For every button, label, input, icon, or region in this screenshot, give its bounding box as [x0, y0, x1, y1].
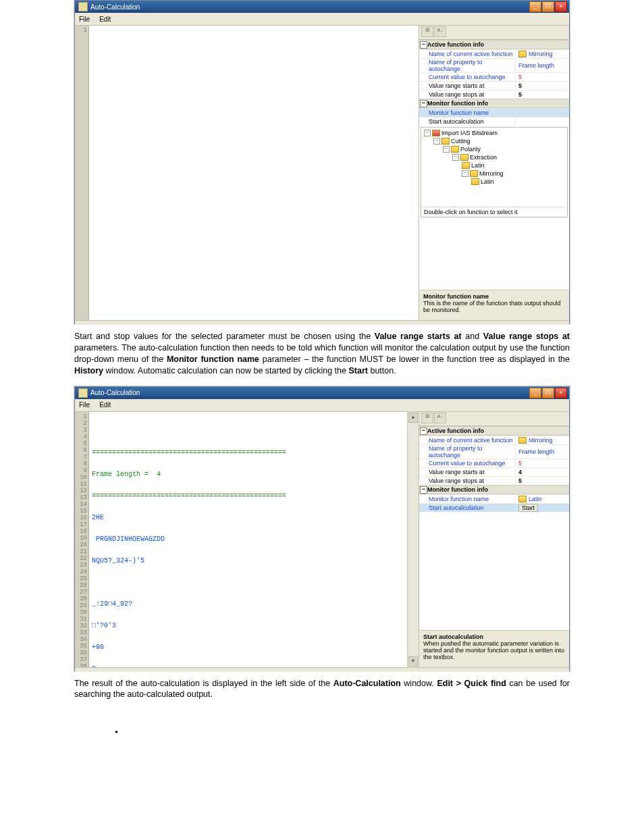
- tree-toggle-icon[interactable]: −: [462, 170, 468, 177]
- menu-edit[interactable]: Edit: [99, 401, 111, 409]
- autocalc-window-2: Auto-Calculation _ □ × File Edit 1234567…: [74, 386, 570, 671]
- menubar: File Edit: [75, 399, 569, 412]
- prop-name-current-value: Current value to autochange: [419, 460, 516, 467]
- function-icon: [518, 51, 527, 57]
- prop-val-current-value[interactable]: 5: [516, 460, 569, 467]
- menubar: File Edit: [75, 13, 569, 26]
- titlebar[interactable]: Auto-Calculation _ □ ×: [75, 387, 569, 399]
- prop-val-autochange-prop[interactable]: Frame length: [516, 62, 569, 69]
- body-text-1: Start and stop values for the selected p…: [74, 331, 570, 377]
- statusbar: [75, 320, 569, 325]
- function-icon: [451, 146, 459, 153]
- app-icon: [78, 2, 88, 11]
- line-gutter: 1: [75, 26, 89, 320]
- property-grid: −Active function info Name of current ac…: [419, 426, 569, 512]
- prop-val-range-start[interactable]: 4: [516, 469, 569, 475]
- prop-name-start: Start autocalculation: [419, 118, 516, 125]
- close-button[interactable]: ×: [555, 1, 567, 12]
- prop-name-autochange-prop: Name of property to autochange: [419, 445, 516, 459]
- editor-scrollbar[interactable]: ▲ ▼: [407, 412, 419, 667]
- minimize-button[interactable]: _: [529, 1, 541, 12]
- function-icon: [471, 178, 479, 185]
- prop-val-active-function[interactable]: Mirroring: [516, 437, 569, 444]
- sort-az-icon[interactable]: A↓: [434, 26, 446, 37]
- collapse-icon[interactable]: −: [420, 486, 427, 494]
- prop-name-range-start: Value range starts at: [419, 82, 516, 89]
- property-grid: −Active function info Name of current ac…: [419, 40, 569, 126]
- prop-name-range-stop: Value range stops at: [419, 477, 516, 484]
- line-gutter: 1234567891011121314151617181920212223242…: [75, 412, 89, 667]
- tree-hint: Double-click on function to select it: [423, 207, 566, 215]
- categorize-icon[interactable]: ⊞: [421, 413, 433, 423]
- tree-toggle-icon[interactable]: −: [452, 154, 459, 161]
- autocalc-window-1: Auto-Calculation _ □ × File Edit 1 ⊞ A↓ …: [74, 0, 570, 324]
- function-icon: [432, 130, 440, 136]
- prop-name-active-function: Name of current active function: [419, 437, 516, 444]
- tree-toggle-icon[interactable]: −: [433, 138, 440, 145]
- list-bullet: •: [115, 727, 570, 738]
- app-icon: [78, 388, 88, 398]
- property-description: Monitor function name This is the name o…: [419, 290, 569, 320]
- close-button[interactable]: ×: [555, 388, 567, 398]
- prop-val-autochange-prop[interactable]: Frame length: [516, 448, 569, 455]
- scroll-up-icon[interactable]: ▲: [408, 413, 418, 423]
- prop-name-range-start: Value range starts at: [419, 469, 516, 475]
- tree-toggle-icon[interactable]: −: [443, 146, 450, 153]
- scroll-down-icon[interactable]: ▼: [408, 656, 418, 667]
- function-icon: [462, 162, 470, 169]
- property-description: Start autocalculation When pushed the au…: [419, 630, 569, 667]
- window-title: Auto-Calculation: [90, 3, 527, 11]
- prop-name-monitor-fn: Monitor function name: [419, 496, 516, 502]
- prop-val-active-function[interactable]: Mirroring: [516, 51, 569, 57]
- window-title: Auto-Calculation: [90, 389, 527, 396]
- function-icon: [470, 170, 478, 177]
- prop-toolbar: ⊞ A↓: [419, 26, 569, 40]
- prop-name-active-function: Name of current active function: [419, 51, 516, 57]
- maximize-button[interactable]: □: [542, 1, 554, 12]
- sort-az-icon[interactable]: A↓: [434, 413, 446, 423]
- categorize-icon[interactable]: ⊞: [421, 26, 433, 37]
- function-icon: [441, 138, 450, 145]
- titlebar[interactable]: Auto-Calculation _ □ ×: [75, 1, 569, 13]
- minimize-button[interactable]: _: [529, 388, 541, 398]
- collapse-icon[interactable]: −: [420, 41, 427, 49]
- prop-val-current-value[interactable]: 5: [516, 74, 569, 80]
- start-button[interactable]: Start: [518, 504, 538, 512]
- property-panel: ⊞ A↓ −Active function info Name of curre…: [419, 412, 569, 667]
- prop-name-monitor-fn: Monitor function name: [419, 109, 516, 116]
- prop-name-current-value: Current value to autochange: [419, 74, 516, 80]
- body-text-2: The result of the auto-calculation is di…: [74, 678, 570, 701]
- menu-file[interactable]: File: [79, 401, 90, 409]
- code-area[interactable]: ========================================…: [89, 412, 407, 667]
- prop-name-range-stop: Value range stops at: [419, 91, 516, 98]
- prop-val-start: Start: [516, 504, 569, 512]
- property-panel: ⊞ A↓ −Active function info Name of curre…: [419, 26, 569, 320]
- function-icon: [518, 496, 527, 502]
- prop-name-autochange-prop: Name of property to autochange: [419, 59, 516, 72]
- function-tree-popup: −Import IAS Bitstream −Cutting −Polarity…: [421, 127, 568, 217]
- tree-toggle-icon[interactable]: −: [424, 130, 431, 136]
- output-editor: 1234567891011121314151617181920212223242…: [75, 412, 419, 667]
- maximize-button[interactable]: □: [542, 388, 554, 398]
- prop-val-monitor-fn[interactable]: Latin: [516, 496, 569, 502]
- function-icon: [460, 154, 468, 161]
- collapse-icon[interactable]: −: [420, 427, 427, 435]
- output-editor: 1: [75, 26, 419, 320]
- prop-toolbar: ⊞ A↓: [419, 412, 569, 426]
- prop-val-range-stop[interactable]: 5: [516, 91, 569, 98]
- code-area[interactable]: [89, 26, 419, 320]
- statusbar: [75, 667, 569, 672]
- function-icon: [518, 437, 527, 444]
- prop-val-range-stop[interactable]: 5: [516, 477, 569, 484]
- menu-file[interactable]: File: [79, 16, 90, 23]
- prop-name-start: Start autocalculation: [419, 504, 516, 511]
- collapse-icon[interactable]: −: [420, 100, 427, 107]
- menu-edit[interactable]: Edit: [99, 16, 111, 23]
- prop-val-range-start[interactable]: 5: [516, 82, 569, 89]
